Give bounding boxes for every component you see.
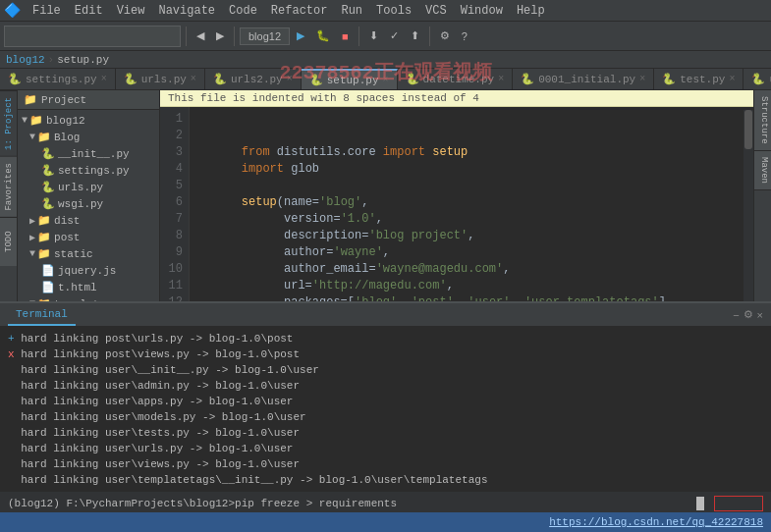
- vcs-update-button[interactable]: ⬇: [364, 27, 383, 45]
- terminal-header: Terminal − ⚙ ×: [0, 303, 771, 327]
- menu-navigate[interactable]: Navigate: [152, 2, 221, 20]
- terminal-line-8: hard linking user\views.py -> blog-1.0\u…: [8, 456, 763, 472]
- menu-refactor[interactable]: Refactor: [265, 2, 334, 20]
- tab-close-urls2[interactable]: ×: [287, 74, 293, 84]
- project-file-bar: blog12 › setup.py: [0, 51, 771, 69]
- tab-userviews[interactable]: 🐍 user/views.py ×: [743, 69, 771, 89]
- expand-arrow: ▼: [22, 115, 28, 126]
- terminal-line-0: + hard linking post\urls.py -> blog-1.0\…: [8, 331, 763, 346]
- search-input[interactable]: [4, 26, 181, 47]
- terminal-settings-button[interactable]: ⚙: [743, 308, 753, 321]
- tree-item-wsgi[interactable]: 🐍 wsgi.py: [18, 195, 159, 212]
- menu-help[interactable]: Help: [511, 2, 551, 20]
- tree-item-post[interactable]: ▶ 📁 post: [18, 229, 159, 245]
- terminal-line-4: hard linking user\apps.py -> blog-1.0\us…: [8, 394, 763, 409]
- menu-tools[interactable]: Tools: [370, 2, 417, 20]
- terminal-red-box: [714, 496, 763, 511]
- tab-close-initial[interactable]: ×: [639, 74, 645, 84]
- settings-button[interactable]: ⚙: [435, 27, 455, 45]
- status-link[interactable]: https://blog.csdn.net/qq_42227818: [549, 516, 763, 528]
- terminal-line-6: hard linking user\tests.py -> blog-1.0\u…: [8, 425, 763, 441]
- run-config-selector[interactable]: blog12: [240, 27, 290, 45]
- vcs-commit-button[interactable]: ✓: [385, 27, 404, 45]
- tab-close-test[interactable]: ×: [729, 74, 735, 84]
- menu-bar: 🔷 File Edit View Navigate Code Refactor …: [0, 0, 771, 22]
- terminal-controls: − ⚙ ×: [733, 308, 763, 321]
- tab-close-settings[interactable]: ×: [101, 74, 107, 84]
- tab-datetime[interactable]: 🐍 datetime.py ×: [398, 69, 514, 89]
- cross-icon: x: [8, 348, 15, 360]
- file-icon-settings: 🐍: [41, 164, 55, 177]
- tree-item-blog12[interactable]: ▼ 📁 blog12: [18, 112, 159, 129]
- terminal-close-button[interactable]: ×: [757, 308, 763, 321]
- tab-close-urls[interactable]: ×: [191, 74, 196, 84]
- python-icon-7: 🐍: [662, 73, 676, 85]
- tree-item-jquery[interactable]: 📄 jquery.js: [18, 262, 159, 279]
- file-label[interactable]: setup.py: [57, 54, 109, 66]
- tab-setup[interactable]: 🐍 setup.py ×: [302, 69, 398, 89]
- plus-icon: +: [8, 333, 15, 345]
- tree-item-settings[interactable]: 🐍 settings.py: [18, 162, 159, 179]
- project-folder-icon: 📁: [29, 114, 43, 127]
- toolbar: ◀ ▶ blog12 ▶ 🐛 ■ ⬇ ✓ ⬆ ⚙ ?: [0, 22, 771, 51]
- tab-close-setup[interactable]: ×: [383, 75, 389, 85]
- tab-test[interactable]: 🐍 test.py ×: [654, 69, 743, 89]
- expand-arrow-static: ▼: [29, 248, 35, 259]
- scrollbar-thumb[interactable]: [744, 110, 752, 149]
- terminal-panel: Terminal − ⚙ × + hard linking post\urls.…: [0, 301, 771, 512]
- sidebar-tab-project[interactable]: 1: Project: [0, 90, 17, 156]
- folder-icon-dist: 📁: [37, 214, 51, 227]
- warning-strip: This file is indented with 8 spaces inst…: [160, 90, 753, 107]
- tree-item-blog[interactable]: ▼ 📁 Blog: [18, 129, 159, 145]
- menu-view[interactable]: View: [111, 2, 151, 20]
- tab-urls[interactable]: 🐍 urls.py ×: [116, 69, 205, 89]
- menu-edit[interactable]: Edit: [69, 2, 109, 20]
- tree-item-init[interactable]: 🐍 __init__.py: [18, 145, 159, 162]
- folder-icon-post: 📁: [37, 231, 51, 243]
- sidebar-tab-structure[interactable]: Structure: [754, 90, 771, 151]
- help-button[interactable]: ?: [457, 27, 472, 45]
- file-icon-init: 🐍: [41, 147, 55, 160]
- tab-bar: 🐍 settings.py × 🐍 urls.py × 🐍 urls2.py ×…: [0, 69, 771, 90]
- tab-settings[interactable]: 🐍 settings.py ×: [0, 69, 116, 89]
- back-button[interactable]: ◀: [192, 27, 209, 45]
- debug-button[interactable]: 🐛: [311, 27, 335, 45]
- vcs-push-button[interactable]: ⬆: [406, 27, 424, 45]
- tab-initial[interactable]: 🐍 0001_initial.py ×: [513, 69, 654, 89]
- tree-item-dist[interactable]: ▶ 📁 dist: [18, 212, 159, 229]
- terminal-line-2: hard linking user\__init__.py -> blog-1.…: [8, 362, 763, 378]
- forward-button[interactable]: ▶: [211, 27, 229, 45]
- project-label[interactable]: blog12: [6, 54, 45, 66]
- toolbar-separator-3: [358, 27, 359, 46]
- expand-arrow-blog: ▼: [29, 132, 35, 142]
- sidebar-tab-favorites[interactable]: Favorites: [0, 156, 17, 217]
- run-button[interactable]: ▶: [292, 27, 309, 45]
- file-icon-wsgi: 🐍: [41, 197, 55, 210]
- tree-item-static[interactable]: ▼ 📁 static: [18, 245, 159, 262]
- toolbar-separator: [186, 27, 187, 46]
- terminal-tab[interactable]: Terminal: [8, 303, 76, 326]
- stop-button[interactable]: ■: [337, 27, 354, 45]
- python-icon-4: 🐍: [309, 74, 323, 86]
- tab-urls2[interactable]: 🐍 urls2.py ×: [205, 69, 302, 89]
- tree-item-urls[interactable]: 🐍 urls.py: [18, 179, 159, 195]
- sidebar-tab-todo[interactable]: TODO: [0, 217, 17, 266]
- file-icon-urls: 🐍: [41, 181, 55, 193]
- sidebar-tab-maven[interactable]: Maven: [754, 151, 771, 190]
- tree-item-t-html[interactable]: 📄 t.html: [18, 279, 159, 295]
- menu-vcs[interactable]: VCS: [419, 2, 453, 20]
- menu-window[interactable]: Window: [455, 2, 509, 20]
- menu-run[interactable]: Run: [335, 2, 368, 20]
- menu-code[interactable]: Code: [223, 2, 263, 20]
- python-icon-2: 🐍: [124, 73, 138, 85]
- terminal-line-7: hard linking user\urls.py -> blog-1.0\us…: [8, 441, 763, 456]
- python-icon: 🐍: [8, 73, 22, 85]
- toolbar-separator-2: [234, 27, 235, 46]
- expand-arrow-dist: ▶: [29, 215, 35, 227]
- project-tree-header: 📁 Project: [18, 90, 159, 110]
- tab-close-datetime[interactable]: ×: [498, 74, 504, 84]
- terminal-input-bar: (blog12) F:\PycharmProjects\blog12>pip f…: [0, 491, 771, 514]
- file-icon-jquery: 📄: [41, 264, 55, 277]
- menu-file[interactable]: File: [27, 2, 67, 20]
- terminal-minimize-button[interactable]: −: [733, 308, 739, 321]
